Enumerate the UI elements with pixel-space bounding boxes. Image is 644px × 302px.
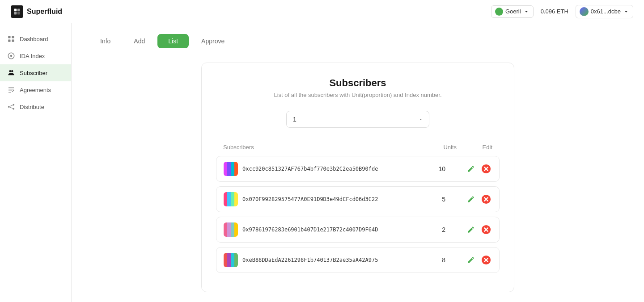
- subscriber-actions: [456, 163, 492, 175]
- subscriber-units: 8: [402, 256, 456, 264]
- subscriber-address: 0x070F992829575477A0E91D9D3e49dCFcd06d3C…: [242, 196, 378, 202]
- subscriber-avatar: [224, 192, 238, 206]
- subscriber-table: 0xcc920c851327AF767b4bf770e3b2C2ea50B90f…: [216, 156, 500, 273]
- subscriber-address: 0xeB88DDaEdA2261298F1b740137B2ae35aA42A9…: [242, 257, 378, 263]
- subscriber-units: 10: [402, 165, 456, 172]
- delete-button[interactable]: [480, 193, 492, 205]
- svg-rect-7: [12, 40, 14, 42]
- table-row: 0xeB88DDaEdA2261298F1b740137B2ae35aA42A9…: [216, 247, 500, 273]
- tab-list[interactable]: List: [157, 34, 189, 48]
- svg-rect-0: [14, 8, 17, 11]
- subscriber-avatar: [224, 162, 238, 176]
- tab-add[interactable]: Add: [123, 34, 156, 48]
- svg-point-10: [9, 70, 12, 72]
- tab-info[interactable]: Info: [89, 34, 121, 48]
- edit-icon: [467, 256, 475, 264]
- chevron-down-icon: [523, 8, 530, 15]
- sidebar-item-dashboard[interactable]: Dashboard: [0, 30, 71, 47]
- delete-icon: [481, 164, 491, 174]
- subscriber-address: 0xcc920c851327AF767b4bf770e3b2C2ea50B90f…: [242, 166, 378, 172]
- svg-line-15: [10, 105, 13, 106]
- dashboard-icon: [7, 35, 15, 43]
- subscribers-card: Subscribers List of all the subscribers …: [201, 63, 514, 292]
- edit-button[interactable]: [465, 193, 477, 205]
- sidebar-label: Agreements: [20, 87, 51, 93]
- edit-button[interactable]: [465, 163, 477, 175]
- subscriber-address: 0x97861976283e6901b407D1e217B72c4007D9F6…: [242, 226, 378, 233]
- index-dropdown-wrap: 1 2 3: [216, 111, 500, 128]
- subscriber-avatar: [224, 253, 238, 267]
- subscriber-units: 5: [402, 196, 456, 203]
- edit-icon: [467, 195, 475, 203]
- ida-icon: [7, 52, 15, 60]
- subscriber-info: 0xcc920c851327AF767b4bf770e3b2C2ea50B90f…: [224, 162, 402, 176]
- network-selector[interactable]: Goerli: [491, 5, 534, 18]
- logo-text: Superfluid: [27, 8, 62, 16]
- table-row: 0x97861976283e6901b407D1e217B72c4007D9F6…: [216, 217, 500, 243]
- page-subtitle: List of all the subscribers with Unit(pr…: [216, 92, 500, 98]
- sidebar-item-subscriber[interactable]: Subscriber: [0, 64, 71, 81]
- svg-rect-2: [14, 12, 17, 14]
- svg-point-12: [8, 106, 10, 108]
- logo: Superfluid: [11, 5, 62, 18]
- subscriber-avatar: [224, 222, 238, 237]
- sidebar-label: Dashboard: [20, 36, 48, 42]
- svg-point-13: [13, 104, 14, 106]
- agreements-icon: [7, 86, 15, 94]
- logo-icon: [11, 5, 23, 18]
- edit-icon: [467, 165, 475, 173]
- table-header: Subscribers Units Edit: [216, 140, 500, 154]
- delete-icon: [481, 194, 491, 204]
- sidebar-item-agreements[interactable]: Agreements: [0, 81, 71, 98]
- sidebar-label: Subscriber: [20, 70, 47, 76]
- sidebar-item-distribute[interactable]: Distribute: [0, 98, 71, 115]
- edit-button[interactable]: [465, 224, 477, 235]
- app-layout: Dashboard IDA Index Subscriber Agreement…: [0, 23, 644, 302]
- sidebar-item-ida-index[interactable]: IDA Index: [0, 47, 71, 64]
- col-units: Units: [403, 144, 457, 151]
- main-content: Info Add List Approve Subscribers List o…: [72, 23, 644, 302]
- svg-rect-3: [17, 12, 20, 14]
- delete-icon: [481, 225, 491, 235]
- subscriber-units: 2: [402, 226, 456, 233]
- index-dropdown[interactable]: 1 2 3: [286, 111, 429, 128]
- svg-line-16: [10, 107, 13, 109]
- sidebar: Dashboard IDA Index Subscriber Agreement…: [0, 23, 72, 302]
- svg-point-11: [11, 70, 13, 72]
- col-edit: Edit: [457, 144, 492, 151]
- delete-button[interactable]: [480, 254, 492, 266]
- edit-button[interactable]: [465, 254, 477, 266]
- subscriber-info: 0xeB88DDaEdA2261298F1b740137B2ae35aA42A9…: [224, 253, 402, 267]
- wallet-address: 0x61...dcbe: [591, 8, 621, 15]
- col-subscribers: Subscribers: [223, 144, 403, 151]
- svg-point-14: [13, 108, 14, 110]
- balance-display: 0.096 ETH: [541, 8, 568, 15]
- subscriber-info: 0x070F992829575477A0E91D9D3e49dCFcd06d3C…: [224, 192, 402, 206]
- header: Superfluid Goerli 0.096 ETH 0x61...dcbe: [0, 0, 644, 23]
- network-label: Goerli: [505, 8, 521, 15]
- svg-rect-6: [8, 40, 10, 42]
- network-icon: [495, 8, 503, 16]
- svg-rect-4: [8, 36, 10, 38]
- subscriber-actions: [456, 254, 492, 266]
- svg-point-9: [10, 55, 13, 57]
- chevron-down-icon: [623, 8, 629, 15]
- header-controls: Goerli 0.096 ETH 0x61...dcbe: [491, 5, 633, 18]
- wallet-selector[interactable]: 0x61...dcbe: [576, 5, 633, 18]
- subscriber-info: 0x97861976283e6901b407D1e217B72c4007D9F6…: [224, 222, 402, 237]
- subscriber-icon: [7, 69, 15, 77]
- tab-approve[interactable]: Approve: [191, 34, 235, 48]
- delete-button[interactable]: [480, 163, 492, 175]
- edit-icon: [467, 226, 475, 234]
- subscriber-actions: [456, 224, 492, 235]
- sidebar-label: Distribute: [20, 104, 44, 110]
- distribute-icon: [7, 103, 15, 111]
- page-title: Subscribers: [216, 77, 500, 89]
- table-row: 0x070F992829575477A0E91D9D3e49dCFcd06d3C…: [216, 186, 500, 212]
- delete-button[interactable]: [480, 224, 492, 235]
- svg-rect-5: [12, 36, 14, 38]
- svg-rect-1: [17, 8, 20, 11]
- delete-icon: [481, 255, 491, 265]
- avatar: [580, 7, 589, 16]
- tab-bar: Info Add List Approve: [89, 34, 626, 48]
